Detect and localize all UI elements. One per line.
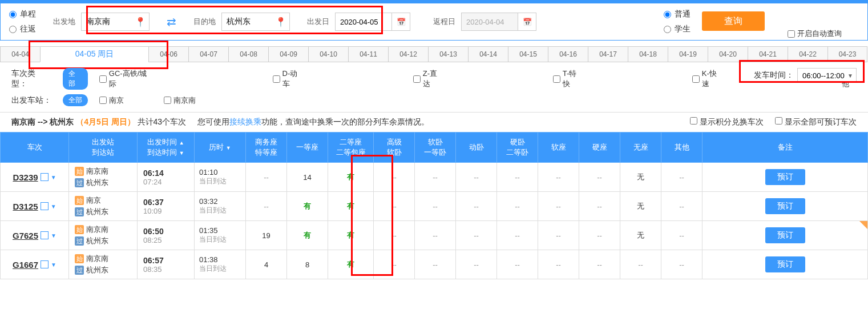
id-icon	[41, 173, 49, 181]
calendar-icon[interactable]: 📅	[392, 13, 410, 31]
train-row: G1667▼始南京南过杭州东06:5708:3501:38当日到达48有----…	[1, 250, 868, 279]
badge-start: 始	[75, 196, 84, 205]
filter-bar: 车次类型： 全部 GC-高铁/城际 D-动车 Z-直达 T-特快 K-快速 其他…	[0, 62, 868, 113]
to-label: 目的地	[193, 17, 216, 27]
filter-station-label: 出发车站：	[11, 95, 51, 106]
th-other: 其他	[661, 133, 703, 163]
return-date-label: 返程日	[433, 17, 455, 27]
search-bar: 单程 往返 出发地 📍 ⇄ 目的地 📍 出发日 📅 返程日 📅 普通 学生 查询…	[0, 3, 868, 41]
date-tab[interactable]: 04-05 周日	[40, 46, 148, 62]
train-number-link[interactable]: G7625	[13, 231, 38, 240]
depart-time-label: 发车时间：	[754, 70, 794, 81]
train-number-link[interactable]: D3125	[13, 202, 38, 211]
trip-round[interactable]: 往返	[9, 24, 36, 34]
th-second: 二等座二等包座	[328, 133, 374, 163]
date-tab[interactable]: 04-11	[348, 46, 388, 62]
th-softhigh: 高级软卧	[374, 133, 415, 163]
date-tab[interactable]: 04-19	[668, 46, 708, 62]
filter-type-label: 车次类型：	[11, 69, 51, 89]
summary-bar: 南京南 --> 杭州东 （4月5日 周日） 共计43个车次 您可使用接续换乘功能…	[0, 113, 868, 132]
date-tab[interactable]: 04-23	[827, 46, 867, 62]
train-table: 车次 出发站到达站 出发时间 ▲到达时间 ▼ 历时 ▼ 商务座特等座 一等座 二…	[0, 132, 868, 279]
filter-type-option[interactable]: GC-高铁/城际	[99, 69, 154, 89]
date-tab[interactable]: 04-10	[308, 46, 348, 62]
search-button[interactable]: 查询	[702, 11, 765, 31]
date-tab[interactable]: 04-20	[708, 46, 748, 62]
train-row: G7625▼始南京南过杭州东06:5008:2501:35当日到达19有有---…	[1, 221, 868, 250]
th-train-no[interactable]: 车次	[1, 133, 69, 163]
badge-pass: 过	[75, 266, 84, 275]
date-tab[interactable]: 04-06	[148, 46, 188, 62]
th-softseat: 软座	[538, 133, 579, 163]
th-first: 一等座	[287, 133, 328, 163]
corner-badge	[859, 221, 867, 229]
location-icon: 📍	[275, 17, 286, 27]
chevron-down-icon[interactable]: ▼	[51, 262, 56, 268]
date-tab[interactable]: 04-13	[428, 46, 468, 62]
calendar-icon: 📅	[518, 13, 536, 31]
date-tab[interactable]: 04-08	[228, 46, 268, 62]
id-icon	[41, 202, 49, 210]
return-date-input	[461, 13, 518, 31]
filter-type-all[interactable]: 全部	[63, 68, 88, 90]
passenger-normal[interactable]: 普通	[664, 9, 691, 19]
badge-start: 始	[75, 225, 84, 234]
date-tab[interactable]: 04-09	[268, 46, 308, 62]
date-tab[interactable]: 04-17	[588, 46, 628, 62]
passenger-student[interactable]: 学生	[664, 24, 691, 34]
date-tab[interactable]: 04-04	[0, 46, 40, 62]
train-number-link[interactable]: D3239	[13, 172, 38, 182]
badge-start: 始	[75, 254, 84, 263]
chevron-down-icon: ▼	[847, 73, 853, 79]
th-hardseat: 硬座	[579, 133, 620, 163]
date-tab[interactable]: 04-12	[388, 46, 428, 62]
th-duration[interactable]: 历时 ▼	[195, 133, 246, 163]
date-tabs: 04-0404-05 周日04-0604-0704-0804-0904-1004…	[0, 46, 868, 62]
filter-station-option[interactable]: 南京	[99, 95, 124, 106]
filter-station-option[interactable]: 南京南	[164, 95, 196, 106]
chevron-down-icon[interactable]: ▼	[51, 232, 56, 239]
filter-type-option[interactable]: Z-直达	[413, 69, 445, 89]
filter-type-option[interactable]: T-特快	[553, 69, 584, 89]
trip-single[interactable]: 单程	[9, 9, 36, 19]
swap-icon[interactable]: ⇄	[167, 15, 176, 29]
badge-pass: 过	[75, 236, 84, 246]
th-noseat: 无座	[620, 133, 661, 163]
filter-station-all[interactable]: 全部	[63, 94, 88, 106]
book-button[interactable]: 预订	[765, 256, 805, 272]
book-button[interactable]: 预订	[765, 169, 805, 185]
badge-pass: 过	[75, 207, 84, 216]
show-all-check[interactable]: 显示全部可预订车次	[775, 117, 857, 127]
book-button[interactable]: 预订	[765, 227, 805, 243]
auto-query[interactable]: 开启自动查询	[788, 29, 842, 39]
train-row: D3125▼始南京过杭州东06:3710:0903:32当日到达--有有----…	[1, 192, 868, 221]
th-move: 动卧	[456, 133, 497, 163]
th-station: 出发站到达站	[69, 133, 138, 163]
date-tab[interactable]: 04-21	[748, 46, 788, 62]
chevron-down-icon[interactable]: ▼	[51, 203, 56, 210]
th-soft1: 软卧一等卧	[415, 133, 456, 163]
route-title: 南京南 --> 杭州东	[11, 117, 74, 126]
filter-type-option[interactable]: K-快速	[692, 69, 724, 89]
date-tab[interactable]: 04-16	[548, 46, 588, 62]
filter-type-option[interactable]: D-动车	[273, 69, 305, 89]
train-row: D3239▼始南京南过杭州东06:1407:2401:10当日到达--14有--…	[1, 163, 868, 192]
th-time[interactable]: 出发时间 ▲到达时间 ▼	[138, 133, 195, 163]
date-tab[interactable]: 04-15	[508, 46, 548, 62]
date-tab[interactable]: 04-22	[788, 46, 827, 62]
id-icon	[41, 260, 49, 268]
show-points-check[interactable]: 显示积分兑换车次	[690, 117, 764, 127]
chevron-down-icon[interactable]: ▼	[51, 174, 56, 180]
id-icon	[41, 231, 49, 239]
date-tab[interactable]: 04-07	[188, 46, 228, 62]
date-tab[interactable]: 04-18	[628, 46, 668, 62]
th-remark: 备注	[703, 133, 868, 163]
badge-pass: 过	[75, 178, 84, 187]
date-tab[interactable]: 04-14	[468, 46, 508, 62]
transfer-link[interactable]: 接续换乘	[229, 117, 261, 126]
badge-start: 始	[75, 167, 84, 176]
depart-date-input[interactable]	[335, 13, 392, 31]
train-number-link[interactable]: G1667	[13, 260, 38, 270]
book-button[interactable]: 预订	[765, 198, 805, 214]
depart-date-label: 出发日	[307, 17, 329, 27]
